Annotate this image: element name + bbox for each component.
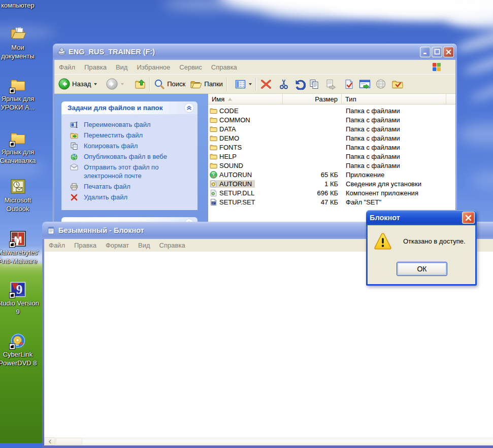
explorer-titlebar[interactable]: ENG_RUS_TRAINER (F:) (53, 44, 457, 60)
folder-small-icon (210, 162, 217, 169)
explorer-menu-6[interactable]: Справка (207, 63, 242, 71)
desktop-icon-folder[interactable]: Ярлык для УРОКИ А... (0, 77, 42, 112)
file-row[interactable]: CODEПапка с файлами (208, 106, 455, 115)
shortcut-arrow-icon (9, 88, 15, 94)
close-button[interactable] (443, 47, 454, 57)
scroll-thumb[interactable] (56, 438, 82, 445)
folder-options-button[interactable] (391, 79, 404, 89)
file-tasks-header[interactable]: Задачи для файлов и папок (61, 101, 198, 114)
desktop-icon-label: Studio Version 9 (0, 299, 39, 316)
cut-icon (278, 79, 289, 90)
task-item-label[interactable]: Копировать файл (84, 142, 138, 151)
rename-icon (70, 121, 78, 129)
desktop-icon-studio9[interactable]: 9Studio Version 9 (0, 281, 42, 316)
folders-button[interactable]: Папки (190, 79, 223, 90)
column-header-size[interactable]: Размер (283, 94, 342, 105)
move-to-button[interactable] (325, 79, 337, 90)
folder-small-icon (210, 125, 217, 133)
disconnect-button[interactable] (375, 79, 386, 89)
back-dropdown-icon[interactable] (94, 83, 97, 85)
desktop-icon-powerdvd[interactable]: CyberLink PowerDVD 8 (0, 332, 42, 367)
print-icon (70, 183, 78, 191)
file-name[interactable]: SETUP.SET (219, 198, 255, 206)
notepad-hscrollbar[interactable] (44, 437, 493, 445)
file-row[interactable]: AUTORUN65 КБПриложение (208, 170, 455, 179)
views-button[interactable] (235, 79, 252, 89)
task-item[interactable]: Удалить файл (70, 193, 193, 202)
forward-button[interactable] (106, 78, 124, 90)
explorer-menu-1[interactable]: Файл (54, 63, 80, 71)
file-name[interactable]: DATA (219, 125, 236, 133)
undo-button[interactable] (293, 79, 306, 90)
file-type: Сведения для установки (342, 180, 421, 188)
task-item[interactable]: Печатать файл (70, 183, 193, 191)
file-row[interactable]: HELPПапка с файлами (208, 152, 455, 161)
file-name[interactable]: CODE (219, 107, 239, 115)
collapse-chevron-icon[interactable] (184, 103, 194, 113)
task-item-label[interactable]: Переместить файл (84, 131, 143, 140)
scroll-left-button[interactable] (44, 437, 55, 445)
task-item-label[interactable]: Опубликовать файл в вебе (84, 153, 167, 161)
dialog-close-button[interactable] (462, 212, 475, 224)
file-name[interactable]: AUTORUN (219, 180, 252, 188)
file-row[interactable]: SETUP.SET47 КБФайл "SET" (208, 197, 455, 206)
maximize-button[interactable] (432, 47, 442, 57)
dialog-titlebar[interactable]: Блокнот (366, 210, 477, 225)
up-button[interactable] (135, 79, 146, 90)
file-row[interactable]: SOUNDПапка с файлами (208, 161, 455, 170)
notepad-menu-3[interactable]: Формат (101, 242, 134, 249)
file-name[interactable]: HELP (219, 153, 237, 160)
minimize-button[interactable] (420, 47, 431, 57)
notepad-menu-2[interactable]: Правка (70, 242, 101, 249)
desktop-icon-outlook[interactable]: Microsoft Outlook (0, 178, 42, 213)
file-row[interactable]: DEMOПапка с файлами (208, 133, 455, 143)
task-item[interactable]: Копировать файл (70, 142, 193, 151)
copy-button[interactable] (309, 79, 320, 90)
task-item-label[interactable]: Печатать файл (84, 183, 130, 191)
task-item-label[interactable]: Отправить этот файл по электронной почте (84, 163, 184, 180)
search-button[interactable]: Поиск (154, 79, 185, 90)
delete-button[interactable] (260, 79, 272, 90)
explorer-menu-3[interactable]: Вид (111, 63, 133, 71)
desktop-icon-malwarebytes[interactable]: MMalwarebytes' Anti-Malware (0, 230, 42, 265)
file-row[interactable]: FONTSПапка с файлами (208, 143, 455, 152)
file-row[interactable]: SETUP.DLL696 КБКомпонент приложения (208, 188, 455, 197)
desktop-icon-my-computer[interactable]: компьютер (0, 0, 42, 10)
back-button[interactable]: Назад (58, 78, 97, 90)
task-item-label[interactable]: Переименовать файл (84, 121, 151, 129)
column-header-name[interactable]: Имя (208, 94, 283, 105)
task-item-label[interactable]: Удалить файл (84, 193, 127, 202)
file-row[interactable]: DATAПапка с файлами (208, 124, 455, 133)
notepad-menu-5[interactable]: Справка (155, 242, 190, 249)
column-header-type[interactable]: Тип (342, 94, 446, 105)
file-name[interactable]: DEMO (219, 134, 239, 142)
file-name[interactable]: SETUP.DLL (219, 189, 254, 197)
views-dropdown-icon[interactable] (249, 83, 252, 85)
file-name-cell: FONTS (210, 144, 242, 151)
explorer-menu-4[interactable]: Избранное (132, 63, 175, 71)
task-item[interactable]: Отправить этот файл по электронной почте (70, 163, 193, 180)
file-name[interactable]: COMMON (219, 116, 250, 124)
desktop-icon-folder[interactable]: Ярлык для Скачивалка (0, 130, 42, 165)
explorer-menu-5[interactable]: Сервис (175, 63, 207, 71)
ok-button[interactable]: ОК (397, 262, 447, 276)
explorer-menu-2[interactable]: Правка (80, 63, 111, 71)
notepad-menu-1[interactable]: Файл (44, 242, 70, 249)
file-row[interactable]: AUTORUN1 КБСведения для установки (208, 179, 455, 188)
file-name[interactable]: SOUND (219, 162, 243, 169)
file-size: 47 КБ (283, 198, 342, 206)
file-name[interactable]: AUTORUN (219, 171, 252, 179)
task-item[interactable]: Опубликовать файл в вебе (70, 153, 193, 161)
notepad-menu-4[interactable]: Вид (134, 242, 155, 249)
file-name[interactable]: FONTS (219, 144, 242, 151)
check-doc-button[interactable] (344, 79, 354, 90)
task-item[interactable]: Переместить файл (70, 131, 193, 140)
map-drive-button[interactable] (359, 79, 371, 89)
cut-button[interactable] (278, 79, 289, 90)
desktop-icon-my-documents[interactable]: Мои документы (0, 25, 42, 60)
file-row[interactable]: COMMONПапка с файлами (208, 115, 455, 124)
file-type: Компонент приложения (342, 189, 418, 197)
task-item[interactable]: Переименовать файл (70, 121, 193, 129)
toolbar-separator (149, 78, 150, 91)
forward-dropdown-icon (121, 83, 124, 85)
